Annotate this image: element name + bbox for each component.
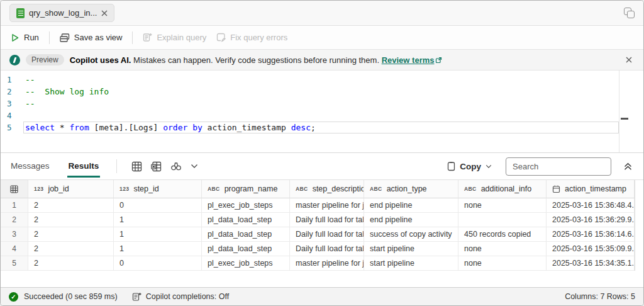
grid-cell[interactable]: master pipeline for jobs [290, 256, 364, 271]
grid-cell[interactable]: start pipeline [364, 256, 458, 271]
grid-cell[interactable]: 2025-03-16 15:34:35.1... [547, 256, 635, 271]
grid-cell[interactable]: pl_exec_job_steps [202, 198, 290, 213]
grid-cell[interactable]: Daily full load for tabl... [290, 213, 364, 227]
grid-cell[interactable]: master pipeline for jobs [290, 198, 364, 213]
string-type-icon: ABC [296, 186, 308, 192]
column-header-step_description[interactable]: ABCstep_description [290, 180, 364, 198]
column-header-action_timestamp[interactable]: action_timestamp [547, 180, 635, 198]
save-as-view-label: Save as view [74, 33, 123, 42]
number-type-icon: 123 [119, 186, 129, 192]
grid-cell[interactable]: pl_data_load_step [202, 227, 290, 242]
grid-cell[interactable]: none [458, 242, 547, 256]
grid-cell[interactable]: 2 [28, 198, 114, 213]
grid-corner-cell[interactable] [1, 180, 28, 198]
grid-cell[interactable]: 2 [28, 256, 114, 271]
grid-cell[interactable]: Daily full load for tabl... [290, 227, 364, 242]
results-toolbar-separator [116, 159, 117, 173]
clipboard-icon [447, 161, 455, 171]
results-empty-area [1, 271, 643, 287]
tab-bar: qry_show_log_in... [1, 1, 643, 26]
row-number-cell[interactable]: 5 [1, 256, 28, 271]
save-as-view-button[interactable]: Save as view [60, 33, 123, 42]
row-number-cell[interactable]: 4 [1, 242, 28, 256]
grid-cell[interactable]: 2025-03-16 15:36:14.6... [547, 227, 635, 242]
tab-query-file[interactable]: qry_show_log_in... [9, 4, 114, 22]
copilot-completions-icon [132, 292, 142, 302]
column-header-job_id[interactable]: 123job_id [28, 180, 114, 198]
find-in-results-icon[interactable] [166, 159, 186, 174]
export-to-excel-icon[interactable] [147, 159, 166, 174]
collapse-panel-icon[interactable] [621, 160, 635, 173]
grid-cell[interactable]: success of copy activity [364, 227, 458, 242]
column-header-step_id[interactable]: 123step_id [114, 180, 202, 198]
copilot-icon [9, 55, 20, 65]
code-line[interactable]: select * from [meta].[Logs] order by act… [23, 122, 619, 133]
grid-cell[interactable]: none [458, 198, 547, 213]
grid-cell[interactable]: 2025-03-16 15:36:29.9... [547, 213, 635, 227]
column-header-action_type[interactable]: ABCaction_type [364, 180, 458, 198]
row-number-cell[interactable]: 1 [1, 198, 28, 213]
grid-cell[interactable]: pl_data_load_step [202, 242, 290, 256]
grid-cell[interactable]: end pipeline [364, 213, 458, 227]
copilot-completions-status[interactable]: Copilot completions: Off [132, 292, 229, 302]
external-link-icon [435, 57, 442, 64]
review-terms-link[interactable]: Review terms [382, 55, 443, 65]
editor-scrollbar-track[interactable] [619, 71, 619, 152]
code-token: order by [163, 123, 203, 132]
run-button[interactable]: Run [11, 33, 39, 42]
grid-cell[interactable]: start pipeline [364, 242, 458, 256]
fix-query-errors-button[interactable]: Fix query errors [216, 33, 287, 42]
query-editor-window: qry_show_log_in... Run Save as view Expl… [0, 0, 644, 306]
grid-cell[interactable]: pl_exec_job_steps [202, 256, 290, 271]
more-options-chevron-icon[interactable] [186, 161, 203, 171]
tab-close-icon[interactable] [101, 10, 108, 16]
copy-label: Copy [460, 162, 481, 171]
grid-cell[interactable]: 2 [28, 227, 114, 242]
grid-cell[interactable]: 0 [114, 198, 202, 213]
tab-messages[interactable]: Messages [9, 155, 51, 178]
sql-code-editor[interactable]: 1--2-- Show log info3--45select * from [… [1, 71, 643, 153]
row-number-cell[interactable]: 2 [1, 213, 28, 227]
grid-cell[interactable]: none [458, 256, 547, 271]
grid-scrollbar-gutter[interactable] [635, 180, 643, 271]
grid-cell[interactable]: 450 records copied [458, 227, 547, 242]
view-as-grid-icon[interactable] [127, 159, 147, 174]
line-number: 1 [1, 74, 23, 86]
grid-cell[interactable]: 0 [114, 256, 202, 271]
banner-message-bold: Copilot uses AI. [70, 55, 131, 65]
code-token: ; [311, 123, 316, 132]
success-check-icon: ✓ [9, 292, 18, 302]
grid-cell[interactable]: 2 [28, 242, 114, 256]
banner-close-icon[interactable] [623, 54, 635, 65]
grid-cell[interactable] [458, 213, 547, 227]
code-line[interactable]: -- Show log info [23, 86, 619, 98]
grid-cell[interactable]: 1 [114, 227, 202, 242]
grid-cell[interactable]: 2025-03-16 15:35:09.9... [547, 242, 635, 256]
line-number: 2 [1, 86, 23, 98]
copy-chevron-icon [486, 164, 492, 169]
grid-cell[interactable]: end pipeline [364, 198, 458, 213]
grid-cell[interactable]: 2025-03-16 15:36:48.4... [547, 198, 635, 213]
code-line[interactable]: -- [23, 74, 619, 86]
grid-cell[interactable]: 1 [114, 213, 202, 227]
grid-cell[interactable]: 2 [28, 213, 114, 227]
code-line[interactable] [23, 110, 619, 122]
copy-button[interactable]: Copy [447, 161, 492, 171]
grid-cell[interactable]: 1 [114, 242, 202, 256]
duplicate-window-icon[interactable] [624, 8, 635, 18]
string-type-icon: ABC [464, 186, 477, 192]
code-token: from [69, 123, 89, 132]
explain-query-button[interactable]: Explain query [143, 33, 206, 42]
toolbar-separator [132, 31, 133, 44]
code-line[interactable]: -- [23, 98, 619, 110]
row-number-cell[interactable]: 3 [1, 227, 28, 242]
copilot-banner: Preview Copilot uses AI. Mistakes can ha… [1, 50, 643, 71]
search-input[interactable] [506, 157, 611, 176]
column-header-additional_info[interactable]: ABCadditional_info [458, 180, 547, 198]
column-header-program_name[interactable]: ABCprogram_name [202, 180, 290, 198]
grid-cell[interactable]: pl_data_load_step [202, 213, 290, 227]
tab-results[interactable]: Results [67, 155, 101, 178]
code-token: -- [25, 75, 35, 84]
grid-cell[interactable]: Daily full load for tabl... [290, 242, 364, 256]
column-name: step_id [133, 184, 158, 193]
